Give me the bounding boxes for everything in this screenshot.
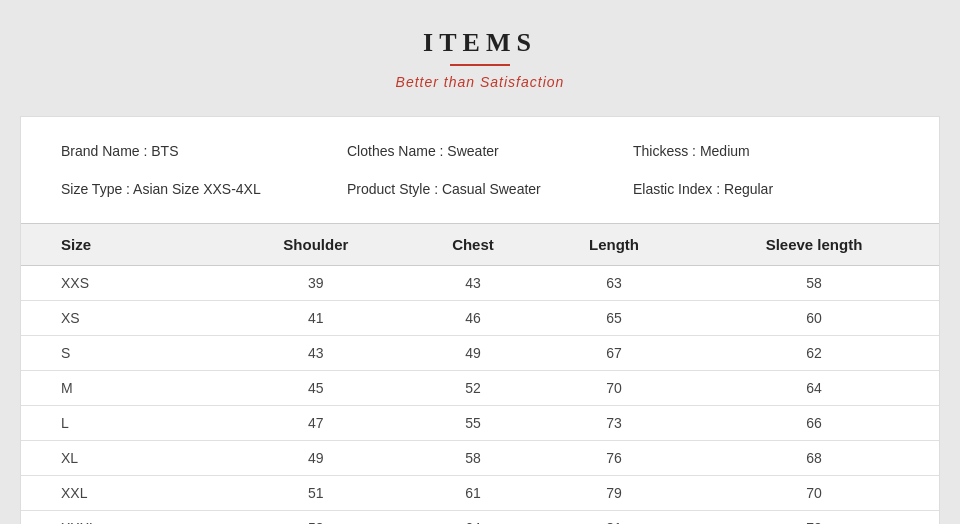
table-cell: M (21, 371, 225, 406)
table-cell: XXXL (21, 511, 225, 525)
table-cell: 81 (539, 511, 689, 525)
brand-name-info: Brand Name : BTS (61, 137, 327, 165)
table-cell: 72 (689, 511, 939, 525)
table-cell: 62 (689, 336, 939, 371)
table-cell: 76 (539, 441, 689, 476)
table-col-header: Sleeve length (689, 224, 939, 266)
info-section: Brand Name : BTS Clothes Name : Sweater … (21, 117, 939, 223)
elastic-index-info: Elastic Index : Regular (633, 175, 899, 203)
table-cell: 52 (407, 371, 539, 406)
table-cell: 58 (689, 266, 939, 301)
table-row: L47557366 (21, 406, 939, 441)
table-cell: 68 (689, 441, 939, 476)
table-cell: 45 (225, 371, 407, 406)
table-cell: 43 (225, 336, 407, 371)
main-card: Brand Name : BTS Clothes Name : Sweater … (20, 116, 940, 524)
table-cell: 58 (407, 441, 539, 476)
table-cell: 70 (539, 371, 689, 406)
table-cell: 61 (407, 476, 539, 511)
table-cell: 51 (225, 476, 407, 511)
table-col-header: Shoulder (225, 224, 407, 266)
table-cell: 63 (539, 266, 689, 301)
page-title: ITEMS (0, 28, 960, 58)
table-cell: 55 (407, 406, 539, 441)
table-row: XXS39436358 (21, 266, 939, 301)
table-cell: 64 (689, 371, 939, 406)
table-header-row: SizeShoulderChestLengthSleeve length (21, 224, 939, 266)
table-col-header: Chest (407, 224, 539, 266)
table-cell: 49 (225, 441, 407, 476)
table-cell: 53 (225, 511, 407, 525)
table-cell: 41 (225, 301, 407, 336)
table-cell: XXL (21, 476, 225, 511)
table-cell: 49 (407, 336, 539, 371)
table-cell: XXS (21, 266, 225, 301)
table-cell: 65 (539, 301, 689, 336)
header-section: ITEMS Better than Satisfaction (0, 0, 960, 106)
table-cell: 70 (689, 476, 939, 511)
table-cell: 46 (407, 301, 539, 336)
table-cell: 39 (225, 266, 407, 301)
table-cell: 60 (689, 301, 939, 336)
table-col-header: Size (21, 224, 225, 266)
table-row: M45527064 (21, 371, 939, 406)
table-cell: 66 (689, 406, 939, 441)
thickness-info: Thickess : Medium (633, 137, 899, 165)
table-col-header: Length (539, 224, 689, 266)
title-divider (450, 64, 510, 66)
table-row: XL49587668 (21, 441, 939, 476)
table-row: S43496762 (21, 336, 939, 371)
table-cell: 43 (407, 266, 539, 301)
clothes-name-info: Clothes Name : Sweater (347, 137, 613, 165)
table-cell: L (21, 406, 225, 441)
table-row: XS41466560 (21, 301, 939, 336)
size-table: SizeShoulderChestLengthSleeve length XXS… (21, 223, 939, 524)
table-row: XXXL53648172 (21, 511, 939, 525)
table-cell: XL (21, 441, 225, 476)
size-type-info: Size Type : Asian Size XXS-4XL (61, 175, 327, 203)
table-cell: 67 (539, 336, 689, 371)
table-cell: 73 (539, 406, 689, 441)
table-cell: 47 (225, 406, 407, 441)
table-cell: 79 (539, 476, 689, 511)
table-cell: S (21, 336, 225, 371)
table-cell: XS (21, 301, 225, 336)
product-style-info: Product Style : Casual Sweater (347, 175, 613, 203)
table-row: XXL51617970 (21, 476, 939, 511)
table-cell: 64 (407, 511, 539, 525)
page-subtitle: Better than Satisfaction (0, 74, 960, 90)
